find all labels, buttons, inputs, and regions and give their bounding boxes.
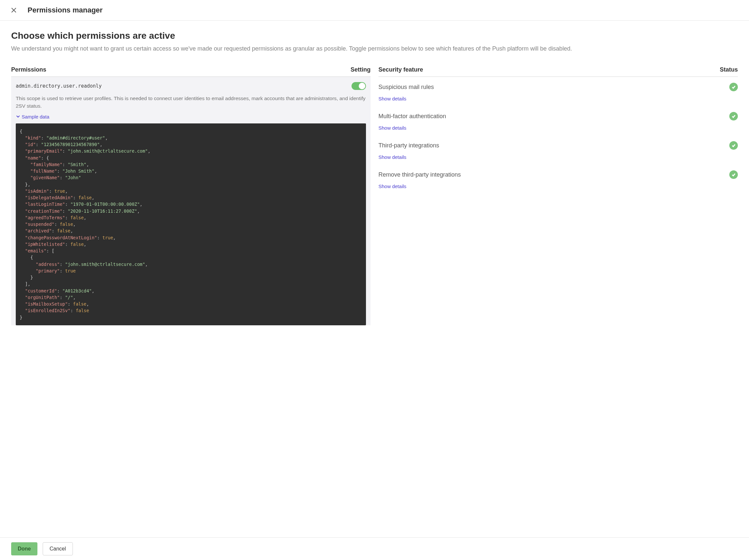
feature-item: Third-party integrationsShow details [379, 135, 738, 165]
chevron-down-icon [16, 114, 20, 119]
feature-item: Multi-factor authenticationShow details [379, 106, 738, 135]
permission-card: admin.directory.user.readonly This scope… [11, 77, 370, 325]
setting-label: Setting [350, 66, 370, 73]
status-ok-icon [729, 112, 738, 121]
status-ok-icon [729, 141, 738, 150]
feature-name: Remove third-party integrations [379, 171, 461, 178]
show-details-link[interactable]: Show details [379, 125, 738, 131]
show-details-link[interactable]: Show details [379, 154, 738, 160]
sample-data-toggle[interactable]: Sample data [16, 114, 366, 120]
permissions-panel: Permissions Setting admin.directory.user… [11, 66, 370, 325]
status-ok-icon [729, 170, 738, 179]
feature-name: Third-party integrations [379, 142, 439, 149]
security-feature-title: Security feature [379, 66, 423, 73]
feature-name: Multi-factor authentication [379, 113, 446, 120]
permission-toggle[interactable] [351, 82, 366, 90]
permissions-title: Permissions [11, 66, 46, 73]
sample-data-label: Sample data [22, 114, 49, 120]
sample-data-code: { "kind": "admin#directory#user", "id": … [16, 124, 366, 325]
feature-name: Suspicious mail rules [379, 84, 434, 91]
permission-scope: admin.directory.user.readonly [16, 83, 102, 89]
modal-title: Permissions manager [27, 6, 103, 15]
security-features-panel: Security feature Status Suspicious mail … [379, 66, 738, 325]
status-ok-icon [729, 83, 738, 91]
show-details-link[interactable]: Show details [379, 96, 738, 102]
status-label: Status [720, 66, 738, 73]
close-icon [11, 7, 16, 13]
permission-description: This scope is used to retrieve user prof… [16, 94, 366, 110]
show-details-link[interactable]: Show details [379, 184, 738, 189]
modal-header: Permissions manager [0, 0, 749, 21]
close-button[interactable] [10, 6, 18, 14]
feature-item: Suspicious mail rulesShow details [379, 77, 738, 106]
page-description: We understand you might not want to gran… [11, 44, 738, 53]
page-heading: Choose which permissions are active [11, 30, 738, 41]
feature-item: Remove third-party integrationsShow deta… [379, 165, 738, 194]
